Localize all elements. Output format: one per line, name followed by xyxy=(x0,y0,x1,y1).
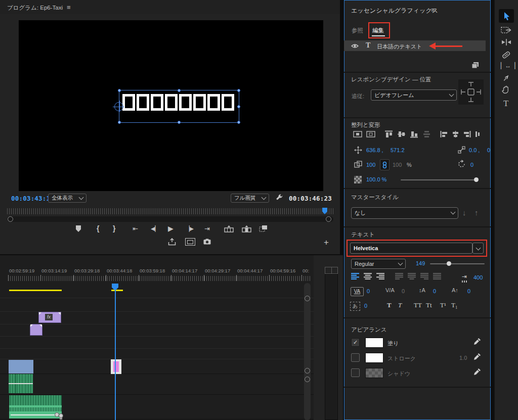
stroke-checkbox[interactable] xyxy=(351,353,360,362)
selection-handle[interactable] xyxy=(237,105,240,108)
timeline-vscrollbar[interactable] xyxy=(304,283,311,420)
master-style-select[interactable]: なし xyxy=(351,207,458,219)
program-ruler[interactable] xyxy=(7,208,333,214)
opacity-slider-knob[interactable] xyxy=(474,177,479,182)
video-clip-pink[interactable] xyxy=(113,361,119,372)
justify-last-left-icon[interactable] xyxy=(395,273,403,279)
anchor-y-value[interactable]: 0 xyxy=(487,147,490,153)
ripple-edit-tool[interactable] xyxy=(501,38,512,46)
subscript-button[interactable]: T₁ xyxy=(451,301,457,309)
small-caps-button[interactable]: Tt xyxy=(426,301,432,309)
video-clip-blue[interactable] xyxy=(12,360,20,374)
superscript-button[interactable]: T¹ xyxy=(440,301,446,309)
track-select-forward-tool[interactable] xyxy=(501,26,512,34)
selection-handle[interactable] xyxy=(118,121,121,124)
go-to-in-icon[interactable]: ⇤ xyxy=(133,225,138,232)
kerning-icon[interactable]: V/A xyxy=(385,287,395,293)
panel-menu-icon[interactable]: ≡ xyxy=(67,4,71,11)
anchor-point[interactable] xyxy=(114,102,123,111)
selected-clip-frame[interactable] xyxy=(111,359,121,374)
step-forward-icon[interactable]: ▕▶ xyxy=(185,225,194,232)
opacity-value[interactable]: 100.0 % xyxy=(366,176,386,182)
opacity-icon[interactable] xyxy=(354,176,362,183)
settings-wrench-icon[interactable] xyxy=(276,194,283,202)
faux-italic-button[interactable]: T xyxy=(398,301,402,309)
justify-last-right-icon[interactable] xyxy=(420,273,428,279)
fill-checkbox[interactable]: ✓ xyxy=(351,338,360,347)
align-horizontal-center-icon[interactable] xyxy=(452,130,459,138)
position-y-value[interactable]: 571.2 xyxy=(391,147,405,153)
audio-clip-green[interactable] xyxy=(9,374,16,394)
layer-row-text[interactable]: T 日本語のテキスト xyxy=(344,40,486,51)
slip-tool[interactable]: ▏↔▕ xyxy=(501,62,514,69)
vscrollbar-handle[interactable] xyxy=(305,377,310,382)
position-icon[interactable] xyxy=(354,146,362,154)
scale-x-value[interactable]: 100 xyxy=(366,162,375,168)
rotation-icon[interactable] xyxy=(457,160,466,168)
tab-edit[interactable]: 編集 xyxy=(372,27,384,34)
auto-tracking-icon[interactable]: ⇥ xyxy=(462,273,467,283)
scale-link-toggle[interactable] xyxy=(380,159,390,170)
distribute-horizontal-icon[interactable] xyxy=(475,130,480,138)
stroke-eyedropper-icon[interactable] xyxy=(473,353,481,360)
opacity-slider[interactable] xyxy=(401,179,478,180)
step-back-icon[interactable]: ◀▏ xyxy=(151,225,159,232)
vertical-zoom-handle[interactable] xyxy=(325,267,338,274)
video-clip-purple[interactable] xyxy=(30,324,42,336)
tab-browse[interactable]: 参照 xyxy=(352,27,363,34)
mark-out-icon[interactable]: } xyxy=(113,224,115,232)
distribute-vertical-icon[interactable] xyxy=(422,130,431,138)
scrollbar-handle-left[interactable] xyxy=(8,216,13,222)
stroke-color-swatch[interactable] xyxy=(365,353,383,363)
scale-icon[interactable] xyxy=(354,161,362,168)
video-clip-blue[interactable] xyxy=(27,360,33,374)
extract-icon[interactable] xyxy=(242,225,251,232)
video-clip-purple[interactable]: fx xyxy=(38,312,61,323)
selection-handle[interactable] xyxy=(118,89,121,92)
playback-quality-select[interactable]: フル画質 xyxy=(231,194,269,203)
font-family-select[interactable]: Helvetica xyxy=(350,243,472,254)
video-preview[interactable] xyxy=(19,20,323,191)
anchor-x-value[interactable]: 0.0 , xyxy=(469,147,480,153)
justify-all-icon[interactable] xyxy=(433,273,441,279)
all-caps-button[interactable]: TT xyxy=(414,301,422,309)
selection-handle[interactable] xyxy=(237,121,240,124)
scrollbar-handle-right[interactable] xyxy=(326,216,331,222)
push-style-up-icon[interactable]: ↑ xyxy=(474,208,479,217)
play-icon[interactable]: ▶ xyxy=(168,224,174,232)
align-right-icon[interactable] xyxy=(463,130,471,138)
pen-tool[interactable] xyxy=(502,74,510,82)
shadow-color-swatch[interactable] xyxy=(365,368,383,378)
leading-value[interactable]: 0 xyxy=(433,288,436,294)
position-x-value[interactable]: 636.8 , xyxy=(366,147,383,153)
program-scrollbar[interactable] xyxy=(7,216,333,222)
volume-rubber-band[interactable] xyxy=(11,414,57,415)
align-left-icon[interactable] xyxy=(440,130,448,138)
razor-tool[interactable] xyxy=(501,51,511,59)
justify-last-center-icon[interactable] xyxy=(408,273,416,279)
hand-tool[interactable] xyxy=(502,85,510,95)
layer-name[interactable]: 日本語のテキスト xyxy=(377,43,422,51)
follow-select[interactable]: ビデオフレーム xyxy=(371,89,457,101)
camera-snapshot-icon[interactable] xyxy=(203,239,211,245)
align-center-text-icon[interactable] xyxy=(364,273,372,279)
align-left-text-icon[interactable] xyxy=(351,273,359,279)
align-vertical-center-icon[interactable] xyxy=(397,130,406,138)
timeline-playhead-line[interactable] xyxy=(115,284,116,420)
safe-margins-icon[interactable] xyxy=(185,238,195,246)
align-vcenter-frame-icon[interactable] xyxy=(366,130,375,138)
selection-handle[interactable] xyxy=(178,89,181,92)
align-hcenter-frame-icon[interactable] xyxy=(353,130,362,138)
tsume-value[interactable]: 0 xyxy=(364,303,367,309)
align-right-text-icon[interactable] xyxy=(376,273,384,279)
stroke-width-value[interactable]: 1.0 xyxy=(459,355,467,361)
export-frame-icon[interactable] xyxy=(168,238,176,246)
text-selection-box[interactable] xyxy=(119,90,239,123)
tracking-value[interactable]: 0 xyxy=(367,288,370,294)
baseline-shift-value[interactable]: 0 xyxy=(467,288,470,294)
shadow-eyedropper-icon[interactable] xyxy=(473,368,481,376)
volume-endpoint[interactable] xyxy=(60,417,62,419)
lift-icon[interactable] xyxy=(224,225,234,232)
new-layer-icon[interactable] xyxy=(471,62,479,69)
vertical-zoom-track[interactable] xyxy=(325,274,338,420)
